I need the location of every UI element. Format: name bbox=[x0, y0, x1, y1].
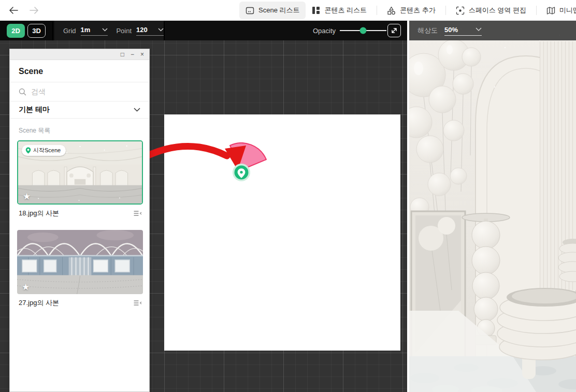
editor-toolbar: 2D 3D Grid 1m Point 120 Opacity bbox=[0, 21, 407, 40]
resolution-bar: 해상도 50% bbox=[409, 21, 576, 40]
scene-search-row bbox=[10, 82, 149, 101]
pin-icon bbox=[25, 147, 31, 154]
floorplan-area[interactable] bbox=[164, 114, 400, 351]
fullscreen-button[interactable] bbox=[387, 24, 401, 37]
resolution-dropdown[interactable]: 50% bbox=[444, 26, 482, 36]
minimap-icon bbox=[546, 6, 555, 15]
back-arrow-icon[interactable] bbox=[8, 5, 19, 16]
scene-name: 18.jpg의 사본 bbox=[19, 209, 59, 218]
point-size-value: 120 bbox=[136, 26, 148, 34]
chevron-down-icon bbox=[134, 108, 140, 112]
scene-name: 27.jpg의 사본 bbox=[19, 298, 59, 308]
scene-order-icon[interactable] bbox=[134, 300, 142, 306]
opacity-label: Opacity bbox=[313, 27, 336, 35]
chevron-down-icon bbox=[102, 28, 108, 32]
mode-3d-button[interactable]: 3D bbox=[27, 24, 46, 38]
view-mode-toggle: 2D 3D bbox=[0, 21, 53, 40]
preview-360-image bbox=[409, 21, 576, 392]
minimap-settings-label: 미니맵 설정 bbox=[559, 6, 576, 15]
space-area-edit-label: 스페이스 영역 편집 bbox=[469, 6, 526, 15]
preview-360-panel[interactable]: 해상도 50% bbox=[409, 21, 576, 392]
scene-order-icon[interactable] bbox=[134, 210, 142, 216]
content-add-label: 콘텐츠 추가 bbox=[400, 6, 436, 15]
minimize-icon[interactable]: − bbox=[131, 51, 134, 57]
resolution-label: 해상도 bbox=[417, 26, 438, 35]
scene-list-section-label: Scene 목록 bbox=[19, 126, 140, 135]
theme-dropdown-label: 기본 테마 bbox=[19, 105, 50, 114]
scene-card: ★ 27.jpg의 사본 bbox=[17, 230, 143, 308]
menu-divider bbox=[445, 6, 446, 15]
menu-divider bbox=[377, 6, 377, 15]
scene-thumbnail-18[interactable]: 시작Scene ★ bbox=[17, 140, 143, 205]
scene-panel-titlebar[interactable]: □ − × bbox=[10, 49, 149, 60]
start-scene-badge-label: 시작Scene bbox=[33, 147, 61, 154]
content-list-label: 콘텐츠 리스트 bbox=[324, 6, 367, 15]
topbar-menu: Scene 리스트 콘텐츠 리스트 콘텐츠 추가 스페이스 영역 bbox=[239, 0, 576, 21]
content-list-button[interactable]: 콘텐츠 리스트 bbox=[306, 2, 373, 19]
scene-panel-title: Scene bbox=[10, 60, 149, 82]
scene-search-input[interactable] bbox=[31, 88, 140, 96]
grid-size-dropdown[interactable]: 1m bbox=[81, 26, 108, 36]
space-area-edit-icon bbox=[456, 6, 465, 15]
opacity-slider-thumb[interactable] bbox=[360, 27, 367, 34]
chevron-down-icon bbox=[476, 27, 482, 32]
scene-panel: □ − × Scene 기본 테마 Scene 목록 bbox=[9, 49, 150, 392]
top-toolbar: Scene 리스트 콘텐츠 리스트 콘텐츠 추가 스페이스 영역 bbox=[0, 0, 576, 21]
content-add-icon bbox=[387, 6, 396, 15]
star-icon[interactable]: ★ bbox=[22, 283, 30, 292]
menu-divider bbox=[536, 6, 537, 15]
point-size-dropdown[interactable]: 120 bbox=[136, 26, 164, 36]
close-icon[interactable]: × bbox=[140, 51, 144, 57]
space-area-edit-button[interactable]: 스페이스 영역 편집 bbox=[450, 2, 532, 19]
scene-card: 시작Scene ★ 18.jpg의 사본 bbox=[17, 140, 143, 218]
grid-size-value: 1m bbox=[81, 26, 91, 34]
minimap-settings-button[interactable]: 미니맵 설정 bbox=[540, 2, 576, 19]
star-icon[interactable]: ★ bbox=[23, 192, 31, 201]
scene-list-label: Scene 리스트 bbox=[258, 6, 299, 15]
chevron-down-icon bbox=[158, 28, 164, 32]
scene-list-button[interactable]: Scene 리스트 bbox=[239, 2, 306, 19]
space-editor-app: Scene 리스트 콘텐츠 리스트 콘텐츠 추가 스페이스 영역 bbox=[0, 0, 576, 392]
theme-dropdown[interactable]: 기본 테마 bbox=[10, 101, 149, 119]
resolution-value: 50% bbox=[444, 26, 458, 34]
forward-arrow-icon[interactable] bbox=[29, 5, 39, 16]
search-icon bbox=[19, 88, 26, 96]
opacity-slider[interactable] bbox=[340, 30, 386, 31]
scene-list-icon bbox=[246, 6, 254, 15]
grid-point-section: Grid 1m Point 120 bbox=[54, 21, 165, 40]
scene-thumbnail-27[interactable]: ★ bbox=[17, 230, 143, 294]
expand-icon bbox=[391, 27, 398, 34]
start-scene-badge: 시작Scene bbox=[22, 145, 66, 156]
content-add-button[interactable]: 콘텐츠 추가 bbox=[381, 2, 442, 19]
content-list-icon bbox=[312, 6, 320, 14]
mode-2d-button[interactable]: 2D bbox=[7, 24, 25, 38]
grid-label: Grid bbox=[63, 27, 76, 35]
point-label: Point bbox=[116, 27, 132, 35]
maximize-icon[interactable]: □ bbox=[121, 51, 124, 57]
panorama-blue-pavilion bbox=[17, 230, 143, 294]
